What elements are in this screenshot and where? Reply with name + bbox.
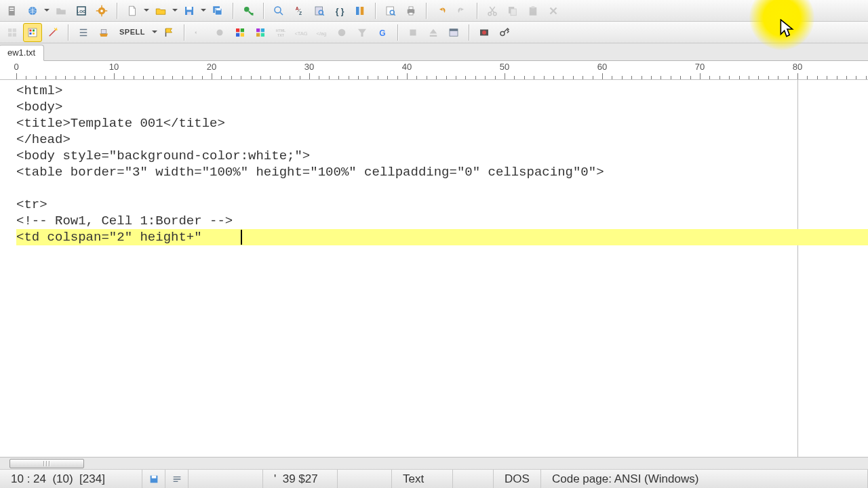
scrollbar-thumb[interactable]: [9, 459, 84, 468]
google-icon[interactable]: G: [373, 23, 392, 42]
open-folder-icon[interactable]: [52, 1, 71, 20]
tag-open-icon[interactable]: <TAG: [292, 23, 311, 42]
svg-text:Z: Z: [299, 11, 302, 16]
svg-rect-46: [33, 33, 35, 35]
dropdown-icon[interactable]: [200, 1, 207, 20]
circle-icon[interactable]: [332, 23, 351, 42]
eject-icon[interactable]: [424, 23, 443, 42]
globe-icon[interactable]: [23, 1, 42, 20]
cut-icon[interactable]: [483, 1, 502, 20]
status-filetype: Text: [392, 470, 453, 488]
dropdown-icon[interactable]: [172, 1, 178, 20]
svg-text:HTML: HTML: [276, 28, 286, 33]
find-in-files-icon[interactable]: [310, 1, 329, 20]
funnel-icon[interactable]: [353, 23, 372, 42]
svg-rect-51: [241, 28, 244, 32]
svg-rect-53: [241, 33, 244, 36]
svg-rect-48: [101, 29, 106, 33]
main-toolbar: LOG AZ { }: [0, 0, 868, 22]
copy-icon[interactable]: [503, 1, 522, 20]
colors-icon[interactable]: [3, 23, 22, 42]
window-icon[interactable]: [444, 23, 463, 42]
save-icon[interactable]: [180, 1, 199, 20]
dropdown-icon[interactable]: [43, 1, 50, 20]
svg-rect-26: [361, 7, 364, 15]
save-all-icon[interactable]: [208, 1, 227, 20]
macro-key-icon[interactable]: [495, 23, 514, 42]
svg-text:A: A: [296, 6, 299, 11]
gear-icon[interactable]: [92, 1, 111, 20]
disk-icon[interactable]: [94, 23, 113, 42]
save-status-icon[interactable]: [142, 470, 165, 488]
bookmarks-icon[interactable]: [351, 1, 370, 20]
print-icon[interactable]: [401, 1, 420, 20]
svg-rect-39: [13, 28, 16, 32]
indent-left-icon[interactable]: [190, 23, 209, 42]
svg-rect-35: [511, 9, 516, 16]
svg-rect-40: [8, 33, 12, 36]
list-icon[interactable]: [74, 23, 93, 42]
new-doc-icon[interactable]: [123, 1, 142, 20]
status-codepage: Code page: ANSI (Windows): [541, 470, 868, 488]
svg-rect-36: [530, 7, 537, 15]
ruler: 01020304050607080: [0, 61, 868, 80]
svg-point-49: [216, 29, 222, 35]
svg-rect-11: [105, 10, 108, 12]
spell-button[interactable]: SPELL: [115, 23, 150, 42]
file-tab-label: ew1.txt: [7, 47, 35, 58]
svg-rect-44: [33, 29, 35, 31]
status-chars: ' 39 $27: [263, 470, 338, 488]
wand-icon[interactable]: [43, 23, 62, 42]
grid1-icon[interactable]: [231, 23, 250, 42]
status-lineend: DOS: [494, 470, 541, 488]
svg-rect-31: [409, 12, 413, 15]
svg-text:<TAG: <TAG: [295, 30, 307, 36]
svg-point-68: [482, 30, 486, 35]
redo-icon[interactable]: [452, 1, 471, 20]
svg-rect-41: [13, 33, 16, 36]
svg-rect-57: [261, 33, 264, 36]
editor-area[interactable]: <html> <body> <title>Template 001</title…: [0, 80, 868, 457]
dropdown-icon[interactable]: [143, 1, 150, 20]
paste-icon[interactable]: [524, 1, 542, 20]
delete-icon[interactable]: [544, 1, 563, 20]
svg-rect-50: [236, 28, 239, 32]
braces-icon[interactable]: { }: [330, 1, 349, 20]
svg-rect-45: [30, 33, 32, 35]
palette-icon[interactable]: [23, 23, 42, 42]
svg-rect-43: [30, 29, 32, 31]
search-icon[interactable]: [269, 1, 288, 20]
horizontal-scrollbar[interactable]: [0, 457, 868, 469]
svg-point-7: [100, 9, 103, 12]
svg-rect-14: [187, 12, 191, 15]
stop-icon[interactable]: [403, 23, 422, 42]
svg-rect-52: [236, 33, 239, 36]
run-icon[interactable]: [239, 1, 258, 20]
doc-icon[interactable]: [3, 1, 22, 20]
secondary-toolbar: SPELL HTMLTXT <TAG </ag G: [0, 22, 868, 43]
spell-label: SPELL: [119, 28, 145, 36]
svg-rect-64: [410, 29, 416, 35]
undo-icon[interactable]: [432, 1, 451, 20]
replace-icon[interactable]: AZ: [290, 1, 309, 20]
preview-icon[interactable]: [381, 1, 400, 20]
flag-icon[interactable]: [159, 23, 178, 42]
wrap-status-icon[interactable]: [165, 470, 189, 488]
grid2-icon[interactable]: [251, 23, 270, 42]
svg-rect-17: [216, 8, 221, 10]
open-icon[interactable]: [151, 1, 170, 20]
svg-text:LOG: LOG: [77, 9, 86, 14]
log-icon[interactable]: LOG: [72, 1, 91, 20]
svg-point-62: [338, 28, 346, 36]
html-txt-icon[interactable]: HTMLTXT: [271, 23, 290, 42]
text-caret: [241, 230, 242, 245]
svg-text:G: G: [379, 28, 385, 37]
macro-record-icon[interactable]: [475, 23, 494, 42]
record-dot-icon[interactable]: [210, 23, 229, 42]
svg-rect-66: [450, 28, 458, 30]
tag-close-icon[interactable]: </ag: [312, 23, 331, 42]
svg-rect-2: [9, 9, 14, 11]
svg-rect-54: [256, 28, 260, 32]
dropdown-icon[interactable]: [151, 23, 158, 42]
file-tab[interactable]: ew1.txt: [0, 45, 44, 61]
